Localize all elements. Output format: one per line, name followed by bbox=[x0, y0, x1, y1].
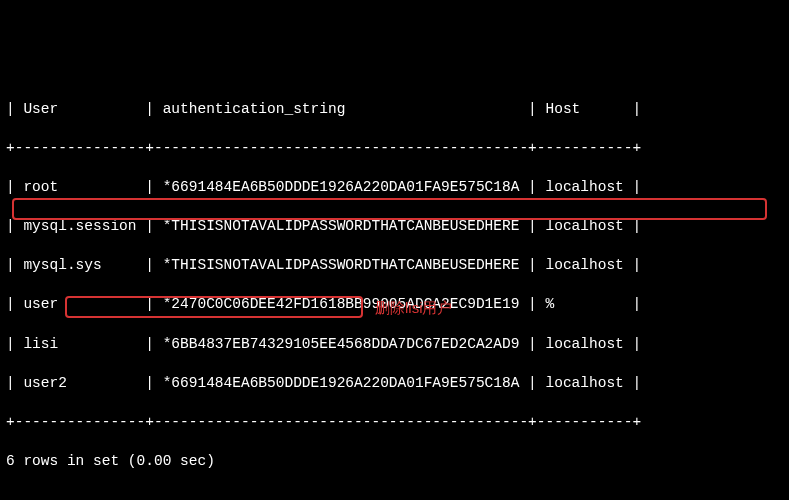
rows-in-set: 6 rows in set (0.00 sec) bbox=[0, 452, 789, 472]
table-divider: +---------------+-----------------------… bbox=[0, 413, 789, 433]
table-header-row: | User | authentication_string | Host | bbox=[0, 100, 789, 120]
terminal-output: | User | authentication_string | Host | … bbox=[0, 80, 789, 500]
table-divider: +---------------+-----------------------… bbox=[0, 139, 789, 159]
table-row: | root | *6691484EA6B50DDDE1926A220DA01F… bbox=[0, 178, 789, 198]
table-row: | lisi | *6BB4837EB74329105EE4568DDA7DC6… bbox=[0, 335, 789, 355]
table-row: | user2 | *6691484EA6B50DDDE1926A220DA01… bbox=[0, 374, 789, 394]
annotation-delete-lisi: 删除lisi用户 bbox=[375, 298, 453, 318]
table-row: | mysql.sys | *THISISNOTAVALIDPASSWORDTH… bbox=[0, 256, 789, 276]
table-row: | mysql.session | *THISISNOTAVALIDPASSWO… bbox=[0, 217, 789, 237]
blank-line bbox=[0, 491, 789, 500]
